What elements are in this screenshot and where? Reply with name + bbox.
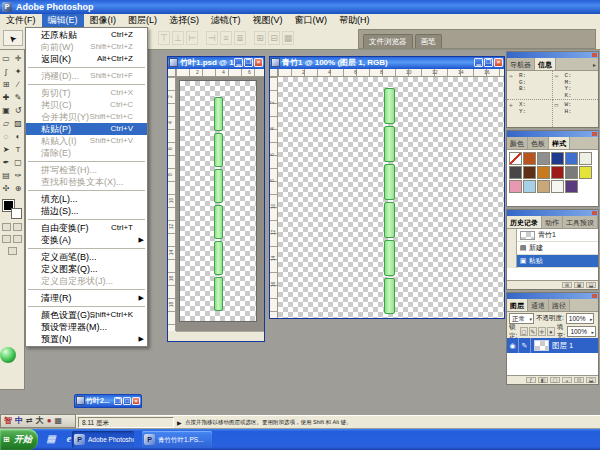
- align-button[interactable]: ⊟: [268, 31, 280, 45]
- dodge-tool[interactable]: ◐: [12, 130, 24, 143]
- style-swatch[interactable]: [509, 152, 522, 165]
- menu-item[interactable]: ▶: [28, 190, 145, 191]
- align-button[interactable]: ⊤: [158, 31, 170, 45]
- ime-indicator-icon[interactable]: ⇄: [26, 415, 33, 427]
- ime-indicator-icon[interactable]: 中: [15, 415, 23, 427]
- menu-item[interactable]: 颜色设置(G)... Shift+Ctrl+K ▶: [26, 309, 147, 321]
- menu-item[interactable]: 定义图案(Q)... ▶: [26, 263, 147, 275]
- lock-position-icon[interactable]: ✛: [538, 327, 546, 336]
- start-button[interactable]: ⊞ 开始: [0, 429, 38, 450]
- panel-tab[interactable]: 色板: [528, 137, 549, 149]
- layer-row[interactable]: ◉ ✎ 图层 1: [507, 338, 598, 353]
- task-button[interactable]: P 青竹竹叶1.PS...: [142, 431, 212, 448]
- ime-indicator-icon[interactable]: 智: [4, 415, 12, 427]
- align-button[interactable]: ▦: [282, 31, 294, 45]
- history-state-row[interactable]: ▣ 粘贴: [507, 255, 598, 268]
- clone-stamp-tool[interactable]: ▣: [0, 104, 12, 117]
- layer-style-button[interactable]: ƒ: [526, 377, 536, 383]
- menu-item[interactable]: 填充(L)... ▶: [26, 193, 147, 205]
- style-swatch[interactable]: [537, 166, 550, 179]
- ime-indicator-icon[interactable]: ▦: [55, 415, 63, 427]
- lock-pixels-icon[interactable]: ✎: [529, 327, 537, 336]
- quick-mask-mode-button[interactable]: [13, 223, 22, 231]
- menu-item[interactable]: ▶: [28, 248, 145, 249]
- panel-tab[interactable]: 通道: [528, 299, 549, 311]
- standard-mode-button[interactable]: [2, 223, 11, 231]
- blur-tool[interactable]: ◌: [0, 130, 12, 143]
- layer-set-button[interactable]: ▢: [550, 377, 560, 383]
- minimize-button[interactable]: ▁: [234, 58, 243, 67]
- style-swatch[interactable]: [523, 180, 536, 193]
- panel-tab[interactable]: 工具预设: [563, 216, 598, 228]
- full-screen-button[interactable]: [13, 235, 22, 243]
- menubar-item[interactable]: 编辑(E): [42, 14, 84, 27]
- align-button[interactable]: ⊥: [172, 31, 184, 45]
- panel-tab[interactable]: 图层: [507, 299, 528, 311]
- history-brush-well[interactable]: [507, 255, 517, 268]
- new-document-from-state-button[interactable]: ⊞: [562, 282, 572, 288]
- panel-tab[interactable]: 信息: [535, 58, 556, 70]
- align-button[interactable]: ≣: [234, 31, 246, 45]
- style-swatch[interactable]: [509, 180, 522, 193]
- history-snapshot-row[interactable]: 青竹1: [507, 229, 598, 242]
- menu-item[interactable]: 预设管理器(M)... ▶: [26, 321, 147, 333]
- adjustment-layer-button[interactable]: ◒: [562, 377, 572, 383]
- menu-item[interactable]: ▶: [28, 84, 145, 85]
- style-swatch[interactable]: [537, 152, 550, 165]
- restore-button[interactable]: ❐: [244, 58, 253, 67]
- slice-tool[interactable]: ∕: [12, 78, 24, 91]
- close-icon[interactable]: [592, 132, 597, 136]
- style-swatch[interactable]: [565, 180, 578, 193]
- hand-tool[interactable]: ✣: [0, 182, 12, 195]
- opacity-input[interactable]: 100%▸: [566, 313, 595, 324]
- style-swatch[interactable]: [509, 166, 522, 179]
- layer-thumbnail[interactable]: [534, 340, 549, 351]
- show-desktop-icon[interactable]: ▦: [44, 432, 58, 446]
- panel-tab[interactable]: 导航器: [507, 58, 535, 70]
- lock-transparency-icon[interactable]: ◻: [520, 327, 528, 336]
- menu-item[interactable]: 清除(E) ▶: [26, 147, 147, 159]
- style-swatch[interactable]: [551, 152, 564, 165]
- canvas[interactable]: [278, 77, 504, 318]
- menubar-item[interactable]: 滤镜(T): [205, 14, 247, 27]
- menu-item[interactable]: 描边(S)... ▶: [26, 205, 147, 217]
- panel-tab[interactable]: 颜色: [507, 137, 528, 149]
- restore-button[interactable]: ❐: [484, 58, 493, 67]
- menu-item[interactable]: 定义画笔(B)... ▶: [26, 251, 147, 263]
- layer-mask-button[interactable]: ◧: [538, 377, 548, 383]
- menu-item[interactable]: 还原粘贴 Ctrl+Z ▶: [26, 29, 147, 41]
- style-swatch[interactable]: [551, 180, 564, 193]
- panel-tab[interactable]: 样式: [549, 137, 570, 149]
- menubar-item[interactable]: 帮助(H): [333, 14, 376, 27]
- palette-well-tab[interactable]: 画笔: [415, 34, 442, 48]
- style-swatch[interactable]: [551, 166, 564, 179]
- ime-toolbar[interactable]: 智中⇄大●▦: [0, 414, 76, 428]
- menubar-item[interactable]: 图层(L): [122, 14, 163, 27]
- rectangular-marquee-tool[interactable]: ▭: [0, 52, 12, 65]
- task-button[interactable]: P Adobe Photoshop: [72, 431, 134, 448]
- menubar-item[interactable]: 图像(I): [84, 14, 123, 27]
- menu-item[interactable]: 查找和替换文本(X)... ▶: [26, 176, 147, 188]
- gradient-tool[interactable]: ▨: [12, 117, 24, 130]
- lasso-tool[interactable]: ʃ: [0, 65, 12, 78]
- delete-state-button[interactable]: ⬓: [586, 282, 596, 288]
- menu-item[interactable]: ▶: [28, 306, 145, 307]
- standard-screen-button[interactable]: [2, 235, 11, 243]
- close-button[interactable]: ×: [132, 397, 140, 405]
- style-swatch[interactable]: [523, 152, 536, 165]
- menubar-item[interactable]: 文件(F): [0, 14, 42, 27]
- close-icon[interactable]: [592, 53, 597, 57]
- menu-item[interactable]: 返回(K) Alt+Ctrl+Z ▶: [26, 53, 147, 65]
- style-swatch[interactable]: [565, 166, 578, 179]
- status-popup-arrow-icon[interactable]: ▶: [177, 419, 182, 426]
- menu-item[interactable]: 消褪(D)... Shift+Ctrl+F ▶: [26, 70, 147, 82]
- minimize-button[interactable]: ▁: [474, 58, 483, 67]
- menu-item[interactable]: 自由变换(F) Ctrl+T ▶: [26, 222, 147, 234]
- restore-button[interactable]: ❐: [114, 397, 122, 405]
- menu-item[interactable]: 粘贴(P) Ctrl+V ▶: [26, 123, 147, 135]
- canvas[interactable]: [179, 80, 257, 322]
- document-scrollbar-area[interactable]: [176, 331, 264, 341]
- style-swatch[interactable]: [523, 166, 536, 179]
- fill-input[interactable]: 100%▸: [567, 326, 596, 337]
- healing-brush-tool[interactable]: ✚: [0, 91, 12, 104]
